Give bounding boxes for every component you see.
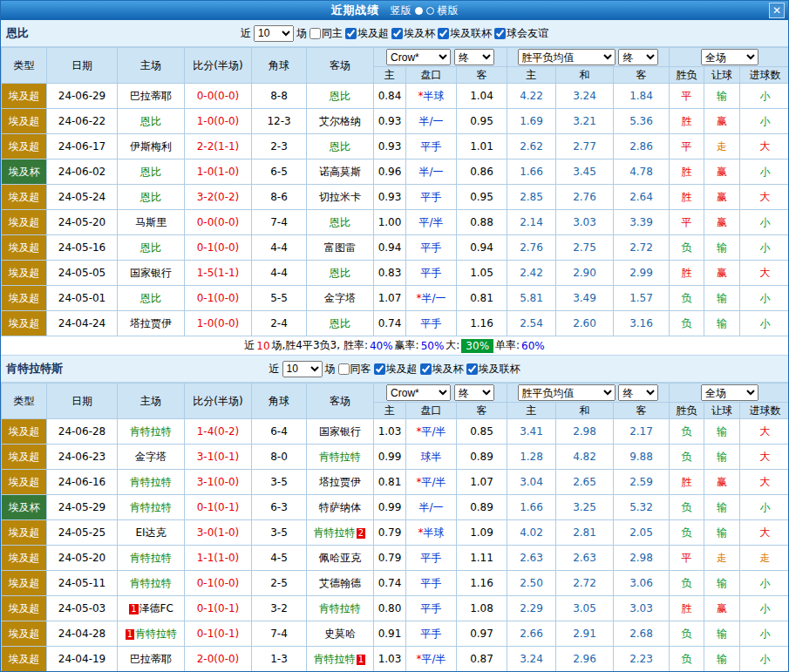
handicap: 平手 (406, 571, 457, 596)
league-filter[interactable]: 埃及杯 (420, 362, 464, 377)
subcol-draw: 和 (556, 403, 614, 419)
league-label: 埃及超 (357, 26, 389, 41)
landscape-radio-icon[interactable] (426, 7, 434, 15)
league-checkbox[interactable] (466, 363, 478, 375)
home-water: 1.00 (374, 210, 406, 235)
landscape-label[interactable]: 横版 (438, 3, 459, 18)
league-filter[interactable]: 球会友谊 (494, 26, 548, 41)
section-header: 恩比 近 10 场 同主 埃及超 埃及杯 埃及联杯 球会友谊 (1, 20, 788, 47)
match-count-select[interactable]: 10 (254, 25, 294, 42)
league-checkbox[interactable] (494, 28, 506, 39)
team-name: 肯特拉特斯 (6, 361, 63, 377)
match-count-select[interactable]: 10 (282, 361, 323, 377)
odds-stage-select[interactable]: 终 (454, 49, 494, 65)
euro-odds: 3.24 (556, 84, 614, 109)
league-checkbox[interactable] (420, 363, 432, 375)
home-water: 0.79 (374, 520, 406, 546)
team-cell: 艾尔格纳 (307, 109, 374, 134)
team-cell: 巴拉蒂耶 (118, 647, 185, 672)
team-cell: 恩比 (307, 261, 374, 286)
portrait-label[interactable]: 竖版 (391, 3, 412, 18)
col-header-date: 日期 (47, 48, 118, 84)
col-header-score: 比分(半场) (185, 48, 252, 84)
odds-company-select[interactable]: Crow* (386, 49, 451, 65)
result: 小 (740, 160, 789, 185)
result: 输 (704, 419, 740, 445)
euro-odds: 3.04 (507, 470, 556, 495)
same-venue-filter[interactable]: 同客 (338, 362, 371, 377)
league-filter[interactable]: 埃及联杯 (438, 26, 492, 41)
euro-odds: 2.85 (507, 185, 556, 210)
team-cell: 巴拉蒂耶 (118, 84, 185, 109)
league-filter[interactable]: 埃及杯 (391, 26, 435, 41)
portrait-radio-icon[interactable] (415, 7, 423, 15)
home-water: 0.81 (374, 470, 406, 495)
corners: 8-0 (252, 445, 307, 470)
same-venue-filter[interactable]: 同主 (309, 26, 343, 41)
league-checkbox[interactable] (345, 28, 357, 39)
handicap: 半/一 (406, 109, 457, 134)
odds-stage-select[interactable]: 终 (454, 384, 494, 401)
result: 胜 (670, 109, 704, 134)
same-venue-checkbox[interactable] (309, 28, 321, 39)
scope-select[interactable]: 全场 (701, 384, 758, 401)
match-row: 埃及超24-04-24塔拉贾伊1-0(0-0)2-4恩比0.74平手1.162.… (2, 311, 789, 336)
result: 大 (740, 185, 789, 210)
col-header-score: 比分(半场) (185, 384, 252, 419)
team-cell: 恩比 (307, 210, 374, 235)
odds-company-select[interactable]: Crow* (386, 384, 451, 401)
scope-header: 全场 (670, 384, 789, 403)
subcol-result: 胜负 (670, 403, 704, 419)
result: 小 (740, 647, 789, 672)
league-type: 埃及超 (2, 596, 47, 621)
corners: 3-5 (252, 520, 307, 546)
league-checkbox[interactable] (391, 28, 403, 39)
league-filter[interactable]: 埃及超 (345, 26, 389, 41)
mean-odds-select[interactable]: 胜平负均值 (518, 49, 616, 65)
home-water: 0.79 (374, 546, 406, 571)
home-water: 0.94 (374, 235, 406, 261)
league-filter[interactable]: 埃及联杯 (466, 362, 520, 377)
summary-segment: 近 (244, 338, 255, 353)
home-water: 1.03 (374, 419, 406, 445)
scope-select[interactable]: 全场 (701, 49, 758, 65)
corners: 7-4 (252, 210, 307, 235)
same-venue-checkbox[interactable] (338, 363, 350, 375)
result: 走 (740, 546, 789, 571)
mean-odds-select[interactable]: 胜平负均值 (518, 384, 616, 401)
result: 输 (704, 647, 740, 672)
close-icon[interactable]: ✕ (769, 3, 785, 18)
league-type: 埃及超 (2, 445, 47, 470)
league-checkbox[interactable] (374, 363, 385, 375)
euro-odds: 1.84 (614, 84, 670, 109)
league-checkbox[interactable] (438, 28, 449, 39)
team-cell: 塔拉贾伊 (118, 311, 185, 336)
result: 大 (740, 520, 789, 546)
asian-odds-header: Crow* 终 (374, 48, 507, 67)
euro-odds: 4.22 (507, 84, 556, 109)
league-type: 埃及超 (2, 84, 47, 109)
result: 负 (670, 571, 704, 596)
result: 负 (670, 235, 704, 261)
subcol-away-odds: 客 (457, 67, 507, 84)
popup-title: 近期战绩 (331, 3, 380, 18)
league-label: 埃及杯 (432, 362, 464, 377)
home-water: 0.99 (374, 495, 406, 520)
result: 小 (740, 311, 789, 336)
result: 赢 (704, 210, 740, 235)
match-date: 24-05-24 (47, 185, 118, 210)
match-date: 24-05-20 (47, 546, 118, 571)
away-water: 1.16 (457, 571, 507, 596)
summary-segment: 50% (421, 340, 445, 352)
league-type: 埃及杯 (2, 495, 47, 520)
league-filter[interactable]: 埃及超 (374, 362, 418, 377)
euro-odds: 2.23 (614, 647, 670, 672)
home-water: 0.99 (374, 445, 406, 470)
euro-odds: 2.63 (507, 546, 556, 571)
score: 1-1(1-0) (185, 546, 252, 571)
euro-odds: 2.42 (507, 261, 556, 286)
mean-stage-select[interactable]: 终 (618, 49, 658, 65)
euro-odds: 2.14 (507, 210, 556, 235)
mean-stage-select[interactable]: 终 (618, 384, 658, 401)
team-cell: 马斯里 (118, 210, 185, 235)
